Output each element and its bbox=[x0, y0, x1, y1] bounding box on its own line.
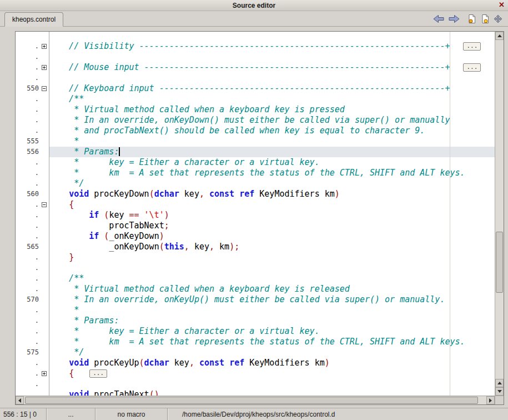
folded-region-box[interactable]: ... bbox=[89, 369, 107, 378]
code-token: , bbox=[199, 189, 204, 199]
code-token: _onKeyDown bbox=[49, 242, 159, 252]
save-document-icon[interactable] bbox=[480, 14, 490, 24]
code-token: * Params: bbox=[49, 316, 119, 326]
code-token: * In an override, onKeyUp() must either … bbox=[49, 294, 445, 304]
code-token: const bbox=[209, 189, 234, 199]
code-line[interactable]: . bbox=[16, 73, 495, 83]
code-line[interactable]: 575 */ bbox=[16, 347, 495, 358]
line-number: . bbox=[16, 221, 40, 231]
line-number: . bbox=[16, 73, 40, 83]
code-line[interactable]: . bbox=[16, 52, 495, 62]
scrollbar-corner bbox=[495, 396, 504, 404]
close-icon[interactable]: ✕ bbox=[499, 1, 505, 9]
line-number: 560 bbox=[16, 189, 40, 199]
code-text: /** bbox=[49, 273, 495, 284]
code-text: * km = A set that represents the status … bbox=[49, 168, 495, 178]
code-line[interactable]: . void procTabNext() bbox=[16, 389, 495, 396]
code-line[interactable]: . * km = A set that represents the statu… bbox=[16, 168, 495, 178]
line-number: . bbox=[16, 337, 40, 347]
fold-gutter bbox=[40, 115, 49, 126]
code-line[interactable]: . */ bbox=[16, 178, 495, 189]
folded-region-box[interactable]: ... bbox=[463, 42, 481, 51]
code-line[interactable]: . // Visibility ------------------------… bbox=[16, 41, 495, 52]
code-line[interactable]: . // Mouse input -----------------------… bbox=[16, 62, 495, 73]
code-token: key bbox=[109, 210, 129, 220]
code-line[interactable]: . { bbox=[16, 199, 495, 210]
line-number: . bbox=[16, 231, 40, 242]
code-text: * Params: bbox=[49, 316, 495, 326]
fold-toggle-icon[interactable] bbox=[42, 202, 47, 207]
tab-kheops-control[interactable]: kheops.control bbox=[4, 12, 63, 27]
scroll-down-button[interactable] bbox=[495, 387, 504, 396]
fold-gutter bbox=[40, 168, 49, 178]
code-line[interactable]: . * Virtual method called when a keyboar… bbox=[16, 284, 495, 294]
code-line[interactable]: . void procKeyUp(dchar key, const ref Ke… bbox=[16, 358, 495, 368]
scroll-left-button[interactable] bbox=[16, 396, 24, 404]
code-line[interactable]: 555 * bbox=[16, 136, 495, 147]
folded-region-box[interactable]: ... bbox=[463, 63, 481, 72]
scroll-up-button[interactable] bbox=[495, 32, 504, 40]
code-line[interactable]: . if (_onKeyDown) bbox=[16, 231, 495, 242]
code-line[interactable]: 550 // Keyboard input ------------------… bbox=[16, 83, 495, 94]
code-line[interactable]: . } bbox=[16, 252, 495, 263]
tab-bar: kheops.control bbox=[0, 11, 508, 27]
code-token: == bbox=[129, 210, 139, 220]
code-token: () bbox=[149, 389, 159, 396]
line-number: 556 bbox=[16, 147, 40, 157]
code-token: * Virtual method called when a keyboard … bbox=[49, 104, 345, 114]
editor-viewport[interactable]: . // Visibility ------------------------… bbox=[16, 32, 495, 396]
code-text: void procTabNext() bbox=[49, 389, 495, 396]
code-line[interactable]: . /** bbox=[16, 94, 495, 104]
vertical-scrollbar[interactable] bbox=[495, 32, 504, 396]
code-token: * key = Either a character or a virtual … bbox=[49, 326, 320, 336]
code-line[interactable]: . * Params: bbox=[16, 316, 495, 326]
code-line[interactable]: 560 void procKeyDown(dchar key, const re… bbox=[16, 189, 495, 199]
code-line[interactable]: . * In an override, onKeyDown() must eit… bbox=[16, 115, 495, 126]
line-number: 550 bbox=[16, 83, 40, 94]
fold-toggle-icon[interactable] bbox=[42, 86, 47, 91]
detach-pin-icon[interactable] bbox=[494, 14, 502, 23]
gutter-separator bbox=[49, 32, 49, 396]
line-number: . bbox=[16, 126, 40, 136]
horizontal-scrollbar[interactable] bbox=[16, 396, 495, 404]
code-line[interactable]: . bbox=[16, 263, 495, 273]
file-path: /home/basile/Dev/dproj/kheops/src/kheops… bbox=[168, 408, 508, 420]
fold-gutter bbox=[40, 326, 49, 337]
code-line[interactable]: . {... bbox=[16, 368, 495, 379]
fold-gutter bbox=[40, 126, 49, 136]
fold-gutter bbox=[40, 368, 49, 379]
code-line[interactable]: 570 * In an override, onKeyUp() must eit… bbox=[16, 294, 495, 305]
code-token: , bbox=[189, 358, 194, 368]
fold-toggle-icon[interactable] bbox=[42, 65, 47, 70]
horizontal-scroll-thumb[interactable] bbox=[25, 397, 478, 404]
window-titlebar[interactable]: Source editor ✕ bbox=[0, 0, 508, 11]
code-line[interactable]: . * key = Either a character or a virtua… bbox=[16, 326, 495, 337]
code-line[interactable]: . bbox=[16, 379, 495, 389]
code-text: void procKeyUp(dchar key, const ref KeyM… bbox=[49, 358, 495, 368]
code-token bbox=[99, 210, 104, 220]
scroll-right-button[interactable] bbox=[486, 396, 495, 404]
code-line[interactable]: . * km = A set that represents the statu… bbox=[16, 337, 495, 347]
go-forward-icon[interactable] bbox=[448, 14, 460, 23]
code-line[interactable]: . * key = Either a character or a virtua… bbox=[16, 157, 495, 168]
go-back-icon[interactable] bbox=[432, 14, 445, 23]
code-line[interactable]: . if (key == '\t') bbox=[16, 210, 495, 221]
fold-toggle-icon[interactable] bbox=[42, 371, 47, 376]
new-document-icon[interactable] bbox=[467, 14, 477, 24]
code-line[interactable]: . * bbox=[16, 305, 495, 316]
fold-gutter bbox=[40, 305, 49, 316]
code-token: KeyModifiers km bbox=[244, 358, 325, 368]
code-text: * In an override, onKeyUp() must either … bbox=[49, 294, 495, 305]
code-line[interactable]: 565 _onKeyDown(this, key, km); bbox=[16, 242, 495, 252]
vertical-scroll-thumb[interactable] bbox=[496, 232, 503, 293]
fold-toggle-icon[interactable] bbox=[42, 44, 47, 49]
code-line[interactable]: . * and procTabNext() should be called w… bbox=[16, 126, 495, 136]
line-number: . bbox=[16, 273, 40, 284]
scroll-up-button-secondary[interactable] bbox=[495, 379, 504, 387]
code-line[interactable]: . procTabNext; bbox=[16, 221, 495, 231]
code-token: * Params: bbox=[49, 147, 119, 157]
code-line-current[interactable]: 556 * Params: bbox=[16, 147, 495, 157]
line-number: . bbox=[16, 316, 40, 326]
code-line[interactable]: . * Virtual method called when a keyboar… bbox=[16, 104, 495, 115]
code-line[interactable]: . /** bbox=[16, 273, 495, 284]
